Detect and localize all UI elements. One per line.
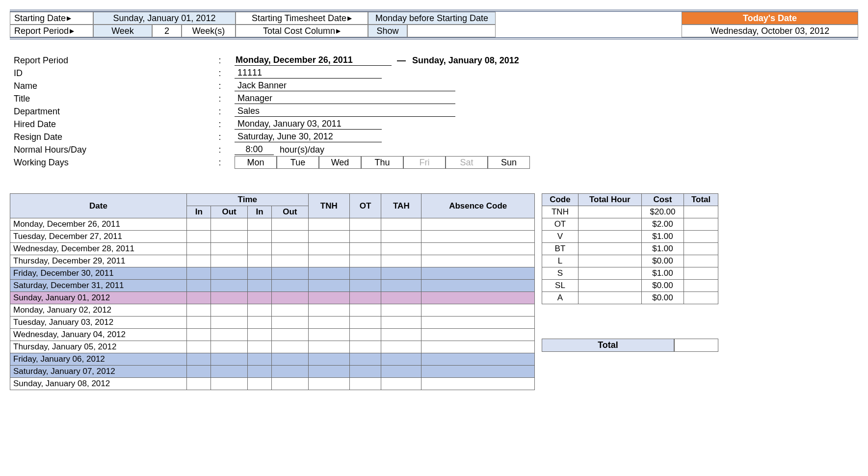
code-cell-hour[interactable] [578, 292, 641, 304]
time-cell[interactable] [381, 353, 421, 366]
time-cell[interactable] [272, 341, 308, 353]
time-cell[interactable] [349, 378, 381, 390]
time-cell[interactable] [211, 366, 247, 378]
time-cell[interactable] [308, 280, 349, 292]
time-cell[interactable] [187, 317, 211, 329]
time-cell[interactable] [247, 304, 271, 317]
time-cell[interactable] [308, 317, 349, 329]
time-cell[interactable] [247, 280, 271, 292]
time-cell[interactable] [187, 292, 211, 304]
time-cell[interactable] [308, 231, 349, 243]
time-cell[interactable] [381, 218, 421, 231]
time-cell[interactable] [308, 304, 349, 317]
time-cell[interactable] [308, 292, 349, 304]
time-cell[interactable] [421, 267, 535, 280]
working-day-thu[interactable]: Thu [361, 156, 403, 169]
time-cell[interactable] [381, 243, 421, 255]
time-cell[interactable] [272, 366, 308, 378]
working-day-sun[interactable]: Sun [488, 156, 530, 169]
time-cell[interactable] [381, 304, 421, 317]
id-value[interactable]: 11111 [235, 68, 382, 79]
starting-timesheet-value[interactable]: Monday before Starting Date [368, 12, 496, 25]
total-cost-value[interactable]: Show [368, 25, 407, 37]
time-cell[interactable] [247, 317, 271, 329]
code-cell-hour[interactable] [578, 267, 641, 280]
time-cell[interactable] [381, 255, 421, 267]
time-cell[interactable] [381, 292, 421, 304]
hired-value[interactable]: Monday, January 03, 2011 [235, 119, 382, 130]
time-cell[interactable] [349, 218, 381, 231]
code-cell-hour[interactable] [578, 206, 641, 218]
time-cell[interactable] [211, 255, 247, 267]
code-cell-hour[interactable] [578, 218, 641, 231]
time-cell[interactable] [187, 280, 211, 292]
time-cell[interactable] [247, 292, 271, 304]
time-cell[interactable] [187, 255, 211, 267]
time-cell[interactable] [308, 341, 349, 353]
time-cell[interactable] [211, 329, 247, 341]
time-cell[interactable] [272, 329, 308, 341]
time-cell[interactable] [272, 292, 308, 304]
time-cell[interactable] [211, 243, 247, 255]
title-value[interactable]: Manager [235, 93, 455, 104]
time-cell[interactable] [211, 267, 247, 280]
time-cell[interactable] [247, 243, 271, 255]
time-cell[interactable] [421, 329, 535, 341]
time-cell[interactable] [381, 366, 421, 378]
time-cell[interactable] [349, 255, 381, 267]
resign-value[interactable]: Saturday, June 30, 2012 [235, 132, 382, 142]
time-cell[interactable] [308, 255, 349, 267]
time-cell[interactable] [421, 243, 535, 255]
time-cell[interactable] [349, 267, 381, 280]
time-cell[interactable] [272, 218, 308, 231]
time-cell[interactable] [421, 304, 535, 317]
time-cell[interactable] [349, 231, 381, 243]
time-cell[interactable] [187, 329, 211, 341]
time-cell[interactable] [349, 304, 381, 317]
time-cell[interactable] [211, 280, 247, 292]
time-cell[interactable] [421, 231, 535, 243]
time-cell[interactable] [272, 353, 308, 366]
report-period-count[interactable]: 2 [152, 25, 182, 37]
code-cell-hour[interactable] [578, 280, 641, 292]
time-cell[interactable] [421, 366, 535, 378]
time-cell[interactable] [381, 280, 421, 292]
time-cell[interactable] [247, 329, 271, 341]
code-cell-hour[interactable] [578, 231, 641, 243]
time-cell[interactable] [308, 353, 349, 366]
time-cell[interactable] [381, 231, 421, 243]
time-cell[interactable] [211, 317, 247, 329]
time-cell[interactable] [247, 366, 271, 378]
code-cell-hour[interactable] [578, 243, 641, 255]
time-cell[interactable] [272, 280, 308, 292]
time-cell[interactable] [421, 280, 535, 292]
time-cell[interactable] [211, 378, 247, 390]
time-cell[interactable] [308, 366, 349, 378]
time-cell[interactable] [272, 304, 308, 317]
time-cell[interactable] [421, 353, 535, 366]
time-cell[interactable] [187, 231, 211, 243]
time-cell[interactable] [421, 255, 535, 267]
department-value[interactable]: Sales [235, 106, 455, 117]
time-cell[interactable] [308, 378, 349, 390]
code-cell-hour[interactable] [578, 255, 641, 267]
time-cell[interactable] [349, 317, 381, 329]
time-cell[interactable] [349, 243, 381, 255]
time-cell[interactable] [211, 218, 247, 231]
time-cell[interactable] [349, 280, 381, 292]
time-cell[interactable] [381, 317, 421, 329]
time-cell[interactable] [349, 341, 381, 353]
working-day-tue[interactable]: Tue [277, 156, 319, 169]
time-cell[interactable] [381, 341, 421, 353]
time-cell[interactable] [187, 218, 211, 231]
time-cell[interactable] [187, 341, 211, 353]
time-cell[interactable] [308, 329, 349, 341]
time-cell[interactable] [272, 317, 308, 329]
time-cell[interactable] [308, 267, 349, 280]
working-day-sat[interactable]: Sat [446, 156, 488, 169]
time-cell[interactable] [187, 378, 211, 390]
time-cell[interactable] [272, 255, 308, 267]
time-cell[interactable] [272, 267, 308, 280]
hours-value[interactable]: 8:00 [235, 144, 274, 155]
time-cell[interactable] [272, 378, 308, 390]
